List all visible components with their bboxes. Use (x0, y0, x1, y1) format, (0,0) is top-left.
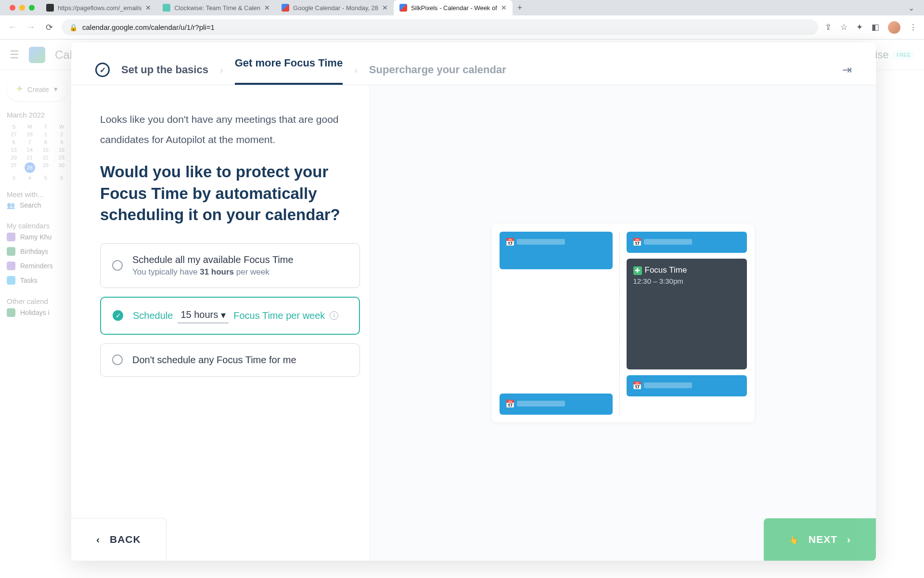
tab-pageflows[interactable]: https://pageflows.com/_emails ✕ (40, 0, 157, 15)
favicon-icon (399, 4, 407, 12)
tab-title: Clockwise: Team Time & Calen (174, 4, 260, 12)
menu-icon[interactable]: ⋮ (909, 22, 917, 32)
option-schedule-all[interactable]: Schedule all my available Focus Time You… (100, 243, 360, 288)
create-button: + Create ▾ (7, 77, 67, 101)
favicon-icon (163, 4, 170, 12)
favicon-icon (282, 4, 289, 12)
preview-card: 📅 📅 📅 ✚Focus Time 12:30 – 3:30pm 📅 (492, 224, 755, 422)
tab-silkpixels[interactable]: SilkPixels - Calendar - Week of ✕ (394, 0, 513, 15)
step-basics[interactable]: Set up the basics (121, 64, 208, 76)
share-icon[interactable]: ⇪ (825, 22, 832, 32)
tab-title: Google Calendar - Monday, 28 (293, 4, 378, 12)
tab-close-icon[interactable]: ✕ (264, 4, 270, 12)
tab-gcal[interactable]: Google Calendar - Monday, 28 ✕ (276, 0, 394, 15)
step-focus-time[interactable]: Get more Focus Time (235, 57, 343, 85)
plus-icon: + (16, 83, 23, 95)
tab-title: SilkPixels - Calendar - Week of (411, 4, 497, 12)
tab-close-icon[interactable]: ✕ (145, 4, 151, 12)
bookmark-icon[interactable]: ☆ (840, 22, 847, 32)
option-inline: Schedule 15 hours ▾ Focus Time per week … (133, 308, 347, 323)
nav-back-button[interactable]: ← (7, 22, 18, 32)
address-bar[interactable]: 🔒 calendar.google.com/calendar/u/1/r?pli… (62, 19, 818, 35)
extensions-icon[interactable]: ✦ (856, 22, 863, 32)
focus-time: 12:30 – 3:30pm (633, 277, 740, 285)
option-subtitle: You typically have 31 hours per week (132, 267, 348, 277)
tab-clockwise[interactable]: Clockwise: Team Time & Calen ✕ (157, 0, 276, 15)
question-heading: Would you like to protect your Focus Tim… (100, 161, 360, 226)
option-title: Don't schedule any Focus Time for me (132, 355, 348, 366)
tab-close-icon[interactable]: ✕ (501, 4, 507, 12)
option-title: Schedule all my available Focus Time (132, 254, 348, 265)
lock-icon: 🔒 (69, 24, 77, 31)
gcal-logo-icon (29, 47, 45, 63)
option-schedule-hours[interactable]: Schedule 15 hours ▾ Focus Time per week … (100, 297, 360, 335)
radio-icon (112, 355, 123, 365)
focus-title: Focus Time (645, 265, 687, 275)
preview-event: 📅 (500, 232, 613, 269)
tab-overflow-icon[interactable]: ⌄ (902, 1, 920, 14)
window-controls (4, 1, 40, 14)
preview-event: 📅 (627, 375, 747, 396)
focus-plus-icon: ✚ (633, 266, 642, 275)
profile-avatar[interactable] (888, 21, 900, 34)
chevron-down-icon: ▾ (221, 309, 226, 321)
chevron-right-icon: › (220, 65, 223, 76)
overlay-steps: ✓ Set up the basics › Get more Focus Tim… (71, 42, 876, 83)
chevron-right-icon: › (847, 534, 851, 545)
tab-title: https://pageflows.com/_emails (58, 4, 141, 12)
hours-dropdown[interactable]: 15 hours ▾ (178, 308, 229, 323)
tab-close-icon[interactable]: ✕ (382, 4, 388, 12)
chevron-left-icon: ‹ (96, 534, 100, 545)
window-maximize[interactable] (29, 5, 35, 11)
new-tab-button[interactable]: + (513, 1, 527, 15)
step-check-icon: ✓ (95, 63, 110, 77)
preview-event: 📅 (500, 394, 613, 415)
preview-focus-block: ✚Focus Time 12:30 – 3:30pm (627, 259, 747, 369)
preview-event: 📅 (627, 232, 747, 253)
nav-reload-button[interactable]: ⟳ (43, 22, 55, 33)
onboarding-overlay: ✓ Set up the basics › Get more Focus Tim… (71, 42, 876, 561)
browser-chrome: https://pageflows.com/_emails ✕ Clockwis… (0, 0, 924, 39)
cursor-icon: 👆 (789, 535, 799, 544)
sidepanel-icon[interactable]: ◧ (872, 22, 879, 32)
favicon-icon (46, 4, 54, 12)
window-minimize[interactable] (19, 5, 25, 11)
hamburger-icon: ☰ (10, 49, 19, 61)
intro-text: Looks like you don't have any meetings t… (100, 109, 360, 150)
chevron-right-icon: › (354, 65, 358, 76)
option-dont-schedule[interactable]: Don't schedule any Focus Time for me (100, 343, 360, 377)
back-button[interactable]: ‹ BACK (71, 518, 167, 561)
nav-forward-button[interactable]: → (25, 22, 37, 32)
window-close[interactable] (10, 5, 15, 11)
step-supercharge: Supercharge your calendar (369, 64, 506, 76)
radio-icon (112, 260, 123, 271)
url-text: calendar.google.com/calendar/u/1/r?pli=1 (82, 23, 215, 31)
exit-icon[interactable]: ⇥ (842, 63, 852, 77)
info-icon[interactable]: i (330, 311, 338, 320)
preview-panel: 📅 📅 📅 ✚Focus Time 12:30 – 3:30pm 📅 (370, 85, 876, 561)
radio-checked-icon (113, 310, 123, 321)
next-button[interactable]: 👆 NEXT › (764, 518, 876, 561)
